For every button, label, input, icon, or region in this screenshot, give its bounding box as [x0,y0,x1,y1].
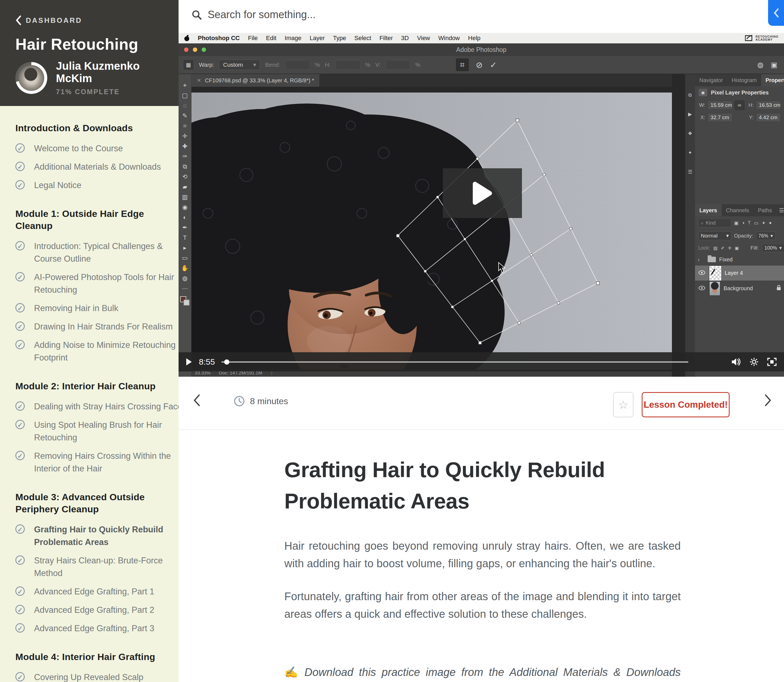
lesson-item[interactable]: ✓Advanced Edge Grafting, Part 1 [15,585,179,598]
video-play-overlay-button[interactable] [443,168,522,218]
lesson-title: Grafting Hair to Quickly Rebuild Problem… [284,454,681,517]
lesson-item[interactable]: ✓Stray Hairs Clean-up: Brute-Force Metho… [15,555,179,580]
course-section: Module 3: Advanced Outside Periphery Cle… [15,491,179,635]
close-document-icon: ✕ [197,77,201,83]
sidebar-header: DASHBOARD Hair Retouching Julia Kuzmenko… [0,0,179,106]
ps-tool-icon: ▢ [182,90,188,100]
lesson-item[interactable]: ✓Dealing with Stray Hairs Crossing Face [15,400,179,413]
back-to-dashboard-link[interactable]: DASHBOARD [15,15,82,25]
lesson-item-active[interactable]: ✓Grafting Hair to Quickly Rebuild Proble… [15,523,179,548]
collapsed-panel-icon: ▶ [688,111,692,117]
video-player[interactable]: Photoshop CCFileEditImageLayerTypeSelect… [179,33,784,377]
completed-check-icon: ✓ [15,451,25,460]
ps-menu-bar: Photoshop CCFileEditImageLayerTypeSelect… [179,33,784,43]
settings-gear-icon[interactable] [749,357,759,366]
lesson-item[interactable]: ✓Advanced Edge Grafting, Part 3 [15,622,179,635]
layer-name: Background [723,285,753,292]
pixel-layer-icon: ▣ [699,89,707,96]
lesson-item-label: Advanced Edge Grafting, Part 2 [34,604,179,617]
collapse-sidebar-button[interactable] [768,0,784,26]
lesson-note: ✍Download this practice image from the A… [284,663,681,682]
lock-icon [776,285,781,292]
lesson-item[interactable]: ✓Additional Materials & Downloads [15,161,179,173]
completed-check-icon: ✓ [15,143,25,153]
layer-filter-icon: ▣ [734,220,738,226]
ps-document-tab: ✕ CF109768.psd @ 33.3% (Layer 4, RGB/8*)… [192,74,320,87]
pasteboard [192,87,672,92]
width-field: 15.59 cm [707,101,732,110]
lesson-item[interactable]: ✓Removing Hair in Bulk [15,302,179,315]
lesson-item[interactable]: ✓Introduction: Typical Challenges & Cour… [15,240,179,265]
lesson-item[interactable]: ✓Using Spot Healing Brush for Hair Retou… [15,419,179,444]
course-section: Module 2: Interior Hair Cleanup✓Dealing … [15,380,179,475]
writing-hand-icon: ✍ [284,666,300,678]
height-field: 16.53 cm [756,101,781,110]
panel-tab-channels: Channels [722,204,754,216]
next-lesson-button[interactable] [764,394,772,408]
warp-tool-icon: ▦ [183,59,194,70]
course-sidebar: DASHBOARD Hair Retouching Julia Kuzmenko… [0,0,179,682]
collapsed-panel-icon: ☰ [688,169,692,175]
lesson-paragraph: Fortunately, grafting hair from other ar… [284,588,681,623]
ps-menu-item: Photoshop CC [198,35,240,42]
collapsed-panel-icon: ✦ [688,150,692,156]
ps-tool-icon: ✑ [182,151,187,161]
completed-check-icon: ✓ [15,322,25,331]
lesson-item[interactable]: ✓Advanced Edge Grafting, Part 2 [15,604,179,617]
lesson-item-label: Grafting Hair to Quickly Rebuild Problem… [34,523,179,548]
cancel-transform-icon: ⊘ [476,60,483,70]
clock-icon [233,395,245,407]
ps-tool-icon: ◍ [182,273,187,284]
properties-panel-tabs: NavigatorHistogramProperties☰ [695,74,784,86]
panel-menu-icon: ☰ [776,204,784,216]
ps-canvas-photo [192,92,672,370]
warp-mode-select: Custom▾ [219,60,260,70]
completed-check-icon: ✓ [15,180,25,190]
layer-row-background: Background [695,280,784,296]
lesson-item[interactable]: ✓Removing Hairs Crossing Within the Inte… [15,450,179,475]
lock-option-icon: ▣ [735,245,739,251]
volume-icon[interactable] [731,357,741,366]
progress-handle[interactable] [224,359,229,365]
completed-check-icon: ✓ [15,524,25,534]
lesson-item[interactable]: ✓Adding Noise to Minimize Retouching Foo… [15,339,179,364]
play-icon [472,181,493,206]
main-area: Photoshop CCFileEditImageLayerTypeSelect… [179,0,784,682]
completed-check-icon: ✓ [15,402,25,411]
properties-panel-title: Pixel Layer Properties [711,89,769,96]
completed-check-icon: ✓ [15,162,25,171]
lesson-completed-button[interactable]: Lesson Completed! [642,392,730,417]
lesson-item[interactable]: ✓Legal Notice [15,179,179,192]
lesson-item-label: Advanced Edge Grafting, Part 1 [34,585,179,598]
lesson-item[interactable]: ✓Covering Up Revealed Scalp [15,671,179,682]
lesson-item[interactable]: ✓Welcome to the Course [15,142,179,155]
lesson-item-label: AI-Powered Photoshop Tools for Hair Reto… [34,271,179,296]
ps-workspace-icon: ▣ [771,61,778,69]
layer-group-row: › Fixed [695,254,784,265]
section-title: Module 2: Interior Hair Cleanup [15,380,175,392]
lesson-item[interactable]: ✓Drawing In Hair Strands For Realism [15,320,179,333]
ps-toolbar: ⌖▢◌✎⌗✛✚✑⧉⟲▰▥◉◐✒T▸▭✋◍⋯ [179,74,192,377]
chevron-left-icon [773,7,779,18]
video-progress-bar[interactable] [221,361,688,363]
previous-lesson-button[interactable] [193,394,201,408]
course-lesson-list: Introduction & Downloads✓Welcome to the … [0,106,179,682]
retouching-academy-logo: RETOUCHING ACADEMY [745,35,779,42]
search-input[interactable] [208,9,455,21]
ps-right-panels: NavigatorHistogramProperties☰ ▣ Pixel La… [695,74,784,377]
course-section: Module 4: Interior Hair Grafting✓Coverin… [15,651,179,682]
section-title: Module 1: Outside Hair Edge Cleanup [15,207,175,232]
lesson-item-label: Adding Noise to Minimize Retouching Foot… [34,339,179,364]
favorite-star-button[interactable]: ☆ [613,392,634,417]
video-timestamp: 8:55 [199,357,215,366]
ps-tool-icon: ⌖ [183,80,187,90]
lock-option-icon: ✐ [721,245,724,251]
progress-ring [15,62,47,94]
play-button[interactable] [186,358,192,366]
lesson-item-label: Dealing with Stray Hairs Crossing Face [34,400,179,413]
photo-woman-curly-hair [192,92,672,370]
ps-tool-icon: ✛ [182,131,187,141]
lesson-item[interactable]: ✓AI-Powered Photoshop Tools for Hair Ret… [15,271,179,296]
fullscreen-icon[interactable] [767,357,777,366]
completed-check-icon: ✓ [15,340,25,349]
